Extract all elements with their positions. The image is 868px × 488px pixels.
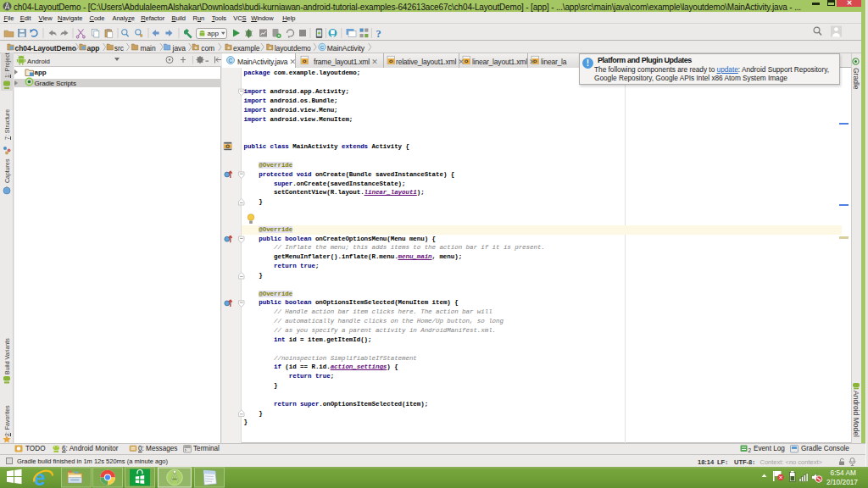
svg-text:app: app (208, 30, 220, 37)
svg-text:?: ? (376, 28, 381, 40)
svg-text:2: 2 (748, 447, 752, 453)
svg-text:C: C (320, 45, 325, 50)
svg-text:C: C (229, 58, 233, 64)
svg-text:2/10/2017: 2/10/2017 (826, 478, 858, 486)
svg-text:e: e (34, 467, 46, 488)
svg-text:6:54 AM: 6:54 AM (831, 469, 857, 477)
